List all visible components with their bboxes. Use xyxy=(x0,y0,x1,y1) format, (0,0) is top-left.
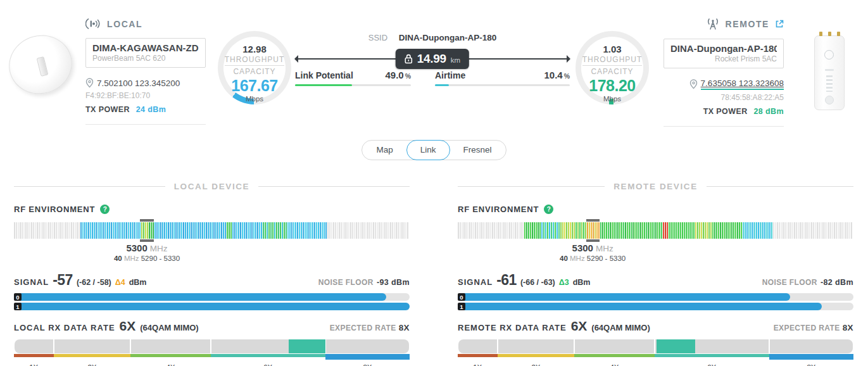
spectrum-stripe xyxy=(229,222,230,239)
spectrum-stripe xyxy=(257,222,258,239)
spectrum-stripe xyxy=(752,222,753,239)
rate-strip-6x xyxy=(655,354,769,357)
spectrum-stripe xyxy=(718,222,719,239)
spectrum-stripe xyxy=(137,222,139,239)
spectrum-stripe xyxy=(773,222,774,239)
spectrum-stripe xyxy=(115,222,116,239)
spectrum-stripe xyxy=(135,222,137,239)
divider xyxy=(458,186,605,187)
tab-link[interactable]: Link xyxy=(406,140,450,160)
spectrum-stripe xyxy=(96,222,97,239)
rate-strip-6x xyxy=(211,354,325,357)
spectrum-stripe xyxy=(204,222,205,239)
spectrum-stripe xyxy=(602,222,603,239)
local-device-photo xyxy=(4,33,81,104)
spectrum-stripe xyxy=(600,222,601,239)
local-rx-rate-value: 6X xyxy=(120,319,136,334)
spectrum-stripe xyxy=(760,222,761,239)
spectrum-stripe xyxy=(58,222,59,239)
spectrum-stripe xyxy=(219,222,220,239)
rate-strip-8x xyxy=(769,354,853,360)
remote-signal-delta: Δ3 xyxy=(559,278,569,287)
local-header: LOCAL xyxy=(85,18,206,30)
spectrum-stripe xyxy=(509,222,510,239)
spectrum-stripe xyxy=(297,222,298,239)
remote-device-card[interactable]: DINA-Dupongan-AP-180 Rocket Prism 5AC xyxy=(664,39,784,68)
spectrum-stripe xyxy=(819,222,820,239)
spectrum-stripe xyxy=(803,222,805,239)
view-tabs-row: MapLinkFresnel xyxy=(0,140,868,160)
spectrum-stripe xyxy=(750,222,752,239)
spectrum-stripe xyxy=(120,222,122,239)
remote-signal-chains: (-66 / -63) xyxy=(520,278,555,287)
spectrum-stripe xyxy=(543,222,544,239)
spectrum-stripe xyxy=(331,222,332,239)
remote-coordinates-link[interactable]: 7.635058 123.323608 xyxy=(701,79,784,90)
spectrum-stripe xyxy=(316,222,317,239)
tab-map[interactable]: Map xyxy=(362,140,406,160)
spectrum-stripe xyxy=(465,222,467,239)
spectrum-stripe xyxy=(181,222,182,239)
spectrum-stripe xyxy=(570,222,571,239)
spectrum-stripe xyxy=(69,222,70,239)
spectrum-stripe xyxy=(16,222,17,239)
spectrum-stripe xyxy=(623,222,624,239)
spectrum-stripe xyxy=(663,222,664,239)
local-device-card[interactable]: DIMA-KAGAWASAN-ZD... PowerBeam 5AC 620 xyxy=(85,38,206,68)
spectrum-stripe xyxy=(549,222,550,239)
spectrum-stripe xyxy=(821,222,822,239)
spectrum-stripe xyxy=(617,222,619,239)
spectrum-stripe xyxy=(265,222,266,239)
spectrum-stripe xyxy=(655,222,657,239)
frequency-unit: MHz xyxy=(596,244,613,253)
chain-0-bar: 0 xyxy=(14,293,410,301)
remote-device-photo xyxy=(814,35,845,110)
spectrum-stripe xyxy=(90,222,91,239)
spectrum-stripe xyxy=(784,222,786,239)
spectrum-stripe xyxy=(211,222,213,239)
rate-segment-2x xyxy=(498,339,574,353)
spectrum-stripe xyxy=(669,222,670,239)
spectrum-stripe xyxy=(65,222,66,239)
spectrum-stripe xyxy=(101,222,103,239)
local-section-header: LOCAL DEVICE xyxy=(14,182,410,191)
spectrum-stripe xyxy=(240,222,241,239)
spectrum-stripe xyxy=(796,222,797,239)
spectrum-stripe xyxy=(680,222,681,239)
link-potential-value: 49.0 xyxy=(385,70,403,80)
spectrum-stripe xyxy=(568,222,569,239)
tab-fresnel[interactable]: Fresnel xyxy=(450,140,506,160)
spectrum-stripe xyxy=(116,222,118,239)
rate-segment-2x xyxy=(54,339,130,353)
local-signal-value: -57 xyxy=(53,272,73,289)
external-link-icon[interactable] xyxy=(775,20,784,28)
spectrum-stripe xyxy=(248,222,249,239)
spectrum-stripe xyxy=(360,222,361,239)
spectrum-stripe xyxy=(166,222,167,239)
spectrum-stripe xyxy=(48,222,49,239)
spectrum-stripe xyxy=(650,222,651,239)
spectrum-stripe xyxy=(731,222,733,239)
spectrum-stripe xyxy=(615,222,617,239)
spectrum-stripe xyxy=(707,222,708,239)
spectrum-stripe xyxy=(541,222,543,239)
spectrum-stripe xyxy=(648,222,649,239)
remote-rf-spectrum xyxy=(458,222,853,239)
spectrum-stripe xyxy=(227,222,228,239)
spectrum-stripe xyxy=(187,222,188,239)
spectrum-stripe xyxy=(676,222,677,239)
spectrum-stripe xyxy=(496,222,497,239)
spectrum-stripe xyxy=(162,222,163,239)
spectrum-stripe xyxy=(23,222,25,239)
spectrum-stripe xyxy=(843,222,845,239)
local-tx-power-row: TX POWER 24 dBm xyxy=(85,105,206,114)
help-icon[interactable]: ? xyxy=(544,205,553,214)
current-rate-marker xyxy=(657,339,695,353)
spectrum-stripe xyxy=(246,222,247,239)
spectrum-stripe xyxy=(238,222,239,239)
spectrum-stripe xyxy=(726,222,727,239)
spectrum-stripe xyxy=(14,222,15,239)
spectrum-stripe xyxy=(526,222,527,239)
help-icon[interactable]: ? xyxy=(100,205,110,214)
divider xyxy=(14,186,165,187)
